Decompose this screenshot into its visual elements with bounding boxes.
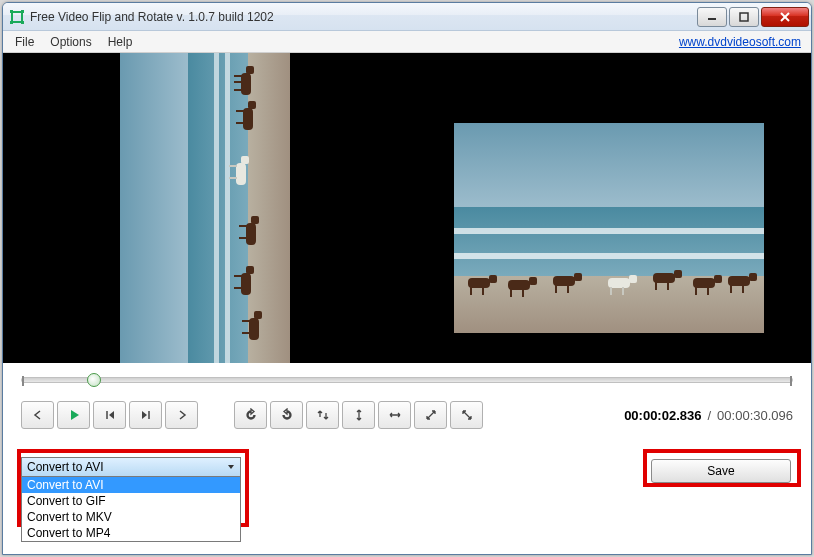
- total-time: 00:00:30.096: [717, 408, 793, 423]
- svg-rect-1: [10, 10, 13, 13]
- format-option[interactable]: Convert to GIF: [22, 493, 240, 509]
- step-forward-button[interactable]: [129, 401, 162, 429]
- video-preview-area: [3, 53, 811, 363]
- menubar: File Options Help www.dvdvideosoft.com: [3, 31, 811, 53]
- flip-vertical-button[interactable]: [342, 401, 375, 429]
- menu-file[interactable]: File: [7, 33, 42, 51]
- flip-diag1-button[interactable]: [414, 401, 447, 429]
- app-icon: [9, 9, 25, 25]
- svg-rect-0: [12, 12, 22, 22]
- preview-original: [3, 53, 407, 363]
- minimize-button[interactable]: [697, 7, 727, 27]
- video-frame-right: [454, 123, 764, 333]
- rotate-cw-button[interactable]: [270, 401, 303, 429]
- maximize-button[interactable]: [729, 7, 759, 27]
- format-option[interactable]: Convert to AVI: [22, 477, 240, 493]
- timeline-thumb[interactable]: [87, 373, 101, 387]
- current-time: 00:00:02.836: [624, 408, 701, 423]
- svg-rect-4: [21, 21, 24, 24]
- highlight-save: [643, 449, 801, 487]
- window-title: Free Video Flip and Rotate v. 1.0.7 buil…: [30, 10, 695, 24]
- app-window: Free Video Flip and Rotate v. 1.0.7 buil…: [2, 2, 812, 555]
- close-button[interactable]: [761, 7, 809, 27]
- timeline-area: [3, 363, 811, 391]
- format-dropdown[interactable]: Convert to AVI Convert to AVI Convert to…: [21, 457, 241, 542]
- preview-result: [407, 53, 811, 363]
- time-separator: /: [707, 408, 711, 423]
- window-controls: [695, 7, 809, 27]
- format-option[interactable]: Convert to MP4: [22, 525, 240, 541]
- format-dropdown-list: Convert to AVI Convert to GIF Convert to…: [21, 477, 241, 542]
- rotate-ccw-button[interactable]: [234, 401, 267, 429]
- svg-rect-2: [21, 10, 24, 13]
- svg-rect-3: [10, 21, 13, 24]
- rotate-180-button[interactable]: [306, 401, 339, 429]
- format-selected-label: Convert to AVI: [27, 460, 103, 474]
- next-button[interactable]: [165, 401, 198, 429]
- svg-rect-6: [740, 13, 748, 21]
- controls-row: 00:00:02.836 / 00:00:30.096: [3, 391, 811, 439]
- format-option[interactable]: Convert to MKV: [22, 509, 240, 525]
- website-link[interactable]: www.dvdvideosoft.com: [679, 35, 801, 49]
- play-button[interactable]: [57, 401, 90, 429]
- menu-options[interactable]: Options: [42, 33, 99, 51]
- titlebar[interactable]: Free Video Flip and Rotate v. 1.0.7 buil…: [3, 3, 811, 31]
- menu-help[interactable]: Help: [100, 33, 141, 51]
- flip-horizontal-button[interactable]: [378, 401, 411, 429]
- timeline-slider[interactable]: [21, 377, 793, 383]
- step-back-button[interactable]: [93, 401, 126, 429]
- playback-controls: [21, 401, 198, 429]
- prev-button[interactable]: [21, 401, 54, 429]
- chevron-down-icon: [227, 463, 235, 471]
- flip-diag2-button[interactable]: [450, 401, 483, 429]
- time-display: 00:00:02.836 / 00:00:30.096: [624, 408, 793, 423]
- video-frame-left: [120, 53, 290, 363]
- format-dropdown-selected[interactable]: Convert to AVI: [21, 457, 241, 477]
- transform-controls: [234, 401, 483, 429]
- bottom-row: Convert to AVI Convert to AVI Convert to…: [3, 439, 811, 529]
